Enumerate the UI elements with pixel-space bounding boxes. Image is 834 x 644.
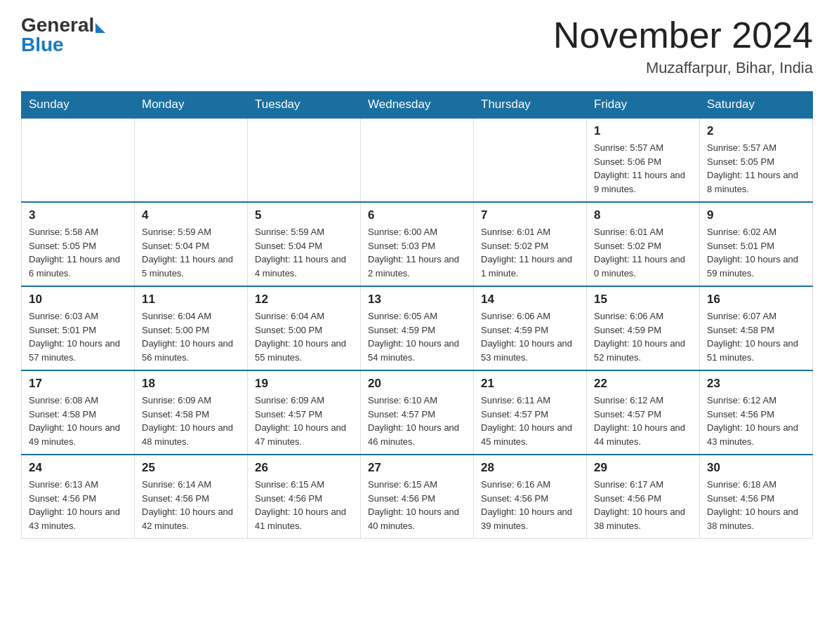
- day-number: 17: [29, 377, 127, 391]
- calendar-week-1: 1Sunrise: 5:57 AMSunset: 5:06 PMDaylight…: [22, 118, 813, 202]
- day-number: 19: [255, 377, 353, 391]
- calendar-cell: 1Sunrise: 5:57 AMSunset: 5:06 PMDaylight…: [587, 118, 700, 202]
- calendar-cell: 29Sunrise: 6:17 AMSunset: 4:56 PMDayligh…: [587, 455, 700, 539]
- calendar-cell: 14Sunrise: 6:06 AMSunset: 4:59 PMDayligh…: [474, 286, 587, 370]
- day-number: 24: [29, 461, 127, 475]
- title-block: November 2024 Muzaffarpur, Bihar, India: [553, 14, 813, 77]
- calendar-cell: 10Sunrise: 6:03 AMSunset: 5:01 PMDayligh…: [22, 286, 135, 370]
- day-number: 10: [29, 293, 127, 307]
- day-number: 12: [255, 293, 353, 307]
- calendar-cell: 18Sunrise: 6:09 AMSunset: 4:58 PMDayligh…: [135, 370, 248, 455]
- calendar-cell: 24Sunrise: 6:13 AMSunset: 4:56 PMDayligh…: [22, 455, 135, 539]
- day-number: 14: [481, 293, 579, 307]
- day-number: 9: [707, 208, 805, 222]
- day-number: 23: [707, 377, 805, 391]
- day-info: Sunrise: 6:07 AMSunset: 4:58 PMDaylight:…: [707, 309, 805, 364]
- calendar-body: 1Sunrise: 5:57 AMSunset: 5:06 PMDaylight…: [22, 118, 813, 539]
- location-title: Muzaffarpur, Bihar, India: [553, 59, 813, 77]
- day-info: Sunrise: 6:09 AMSunset: 4:58 PMDaylight:…: [142, 394, 240, 448]
- calendar-cell: 25Sunrise: 6:14 AMSunset: 4:56 PMDayligh…: [135, 455, 248, 539]
- day-info: Sunrise: 5:57 AMSunset: 5:06 PMDaylight:…: [594, 141, 692, 196]
- day-number: 6: [368, 208, 466, 222]
- day-info: Sunrise: 6:00 AMSunset: 5:03 PMDaylight:…: [368, 225, 466, 280]
- calendar-cell: [474, 118, 587, 202]
- day-info: Sunrise: 5:59 AMSunset: 5:04 PMDaylight:…: [142, 225, 240, 280]
- weekday-header-saturday: Saturday: [700, 92, 813, 119]
- day-number: 27: [368, 461, 466, 475]
- calendar-cell: 13Sunrise: 6:05 AMSunset: 4:59 PMDayligh…: [361, 286, 474, 370]
- day-number: 5: [255, 208, 353, 222]
- day-number: 29: [594, 461, 692, 475]
- day-number: 13: [368, 293, 466, 307]
- day-info: Sunrise: 6:14 AMSunset: 4:56 PMDaylight:…: [142, 478, 240, 532]
- day-number: 3: [29, 208, 127, 222]
- day-info: Sunrise: 6:12 AMSunset: 4:56 PMDaylight:…: [707, 394, 805, 448]
- calendar-header: SundayMondayTuesdayWednesdayThursdayFrid…: [22, 92, 813, 119]
- calendar-cell: 7Sunrise: 6:01 AMSunset: 5:02 PMDaylight…: [474, 202, 587, 286]
- day-info: Sunrise: 6:09 AMSunset: 4:57 PMDaylight:…: [255, 394, 353, 448]
- day-info: Sunrise: 6:05 AMSunset: 4:59 PMDaylight:…: [368, 309, 466, 364]
- weekday-header-monday: Monday: [135, 92, 248, 119]
- calendar-cell: 2Sunrise: 5:57 AMSunset: 5:05 PMDaylight…: [700, 118, 813, 202]
- day-info: Sunrise: 5:58 AMSunset: 5:05 PMDaylight:…: [29, 225, 127, 280]
- day-info: Sunrise: 6:15 AMSunset: 4:56 PMDaylight:…: [368, 478, 466, 532]
- day-info: Sunrise: 6:17 AMSunset: 4:56 PMDaylight:…: [594, 478, 692, 532]
- day-info: Sunrise: 6:12 AMSunset: 4:57 PMDaylight:…: [594, 394, 692, 448]
- calendar-cell: 6Sunrise: 6:00 AMSunset: 5:03 PMDaylight…: [361, 202, 474, 286]
- day-number: 30: [707, 461, 805, 475]
- day-info: Sunrise: 6:13 AMSunset: 4:56 PMDaylight:…: [29, 478, 127, 532]
- weekday-header-thursday: Thursday: [474, 92, 587, 119]
- day-number: 15: [594, 293, 692, 307]
- calendar-cell: 17Sunrise: 6:08 AMSunset: 4:58 PMDayligh…: [22, 370, 135, 455]
- day-number: 2: [707, 124, 805, 138]
- day-number: 22: [594, 377, 692, 391]
- day-number: 1: [594, 124, 692, 138]
- calendar-cell: 22Sunrise: 6:12 AMSunset: 4:57 PMDayligh…: [587, 370, 700, 455]
- logo-triangle-icon: [95, 23, 105, 33]
- day-number: 11: [142, 293, 240, 307]
- day-info: Sunrise: 6:01 AMSunset: 5:02 PMDaylight:…: [594, 225, 692, 280]
- calendar-week-3: 10Sunrise: 6:03 AMSunset: 5:01 PMDayligh…: [22, 286, 813, 370]
- logo: General Blue: [21, 14, 105, 56]
- month-title: November 2024: [553, 14, 813, 56]
- calendar-cell: [22, 118, 135, 202]
- calendar-week-4: 17Sunrise: 6:08 AMSunset: 4:58 PMDayligh…: [22, 370, 813, 455]
- calendar-cell: 27Sunrise: 6:15 AMSunset: 4:56 PMDayligh…: [361, 455, 474, 539]
- weekday-header-sunday: Sunday: [22, 92, 135, 119]
- day-number: 18: [142, 377, 240, 391]
- day-info: Sunrise: 6:06 AMSunset: 4:59 PMDaylight:…: [481, 309, 579, 364]
- calendar-cell: [135, 118, 248, 202]
- calendar-cell: 16Sunrise: 6:07 AMSunset: 4:58 PMDayligh…: [700, 286, 813, 370]
- calendar-cell: 15Sunrise: 6:06 AMSunset: 4:59 PMDayligh…: [587, 286, 700, 370]
- calendar-cell: 8Sunrise: 6:01 AMSunset: 5:02 PMDaylight…: [587, 202, 700, 286]
- logo-blue-text: Blue: [21, 34, 64, 56]
- day-number: 21: [481, 377, 579, 391]
- day-info: Sunrise: 6:04 AMSunset: 5:00 PMDaylight:…: [142, 309, 240, 364]
- day-number: 26: [255, 461, 353, 475]
- day-info: Sunrise: 5:59 AMSunset: 5:04 PMDaylight:…: [255, 225, 353, 280]
- calendar-cell: 12Sunrise: 6:04 AMSunset: 5:00 PMDayligh…: [248, 286, 361, 370]
- day-info: Sunrise: 6:15 AMSunset: 4:56 PMDaylight:…: [255, 478, 353, 532]
- calendar-week-2: 3Sunrise: 5:58 AMSunset: 5:05 PMDaylight…: [22, 202, 813, 286]
- calendar-cell: [361, 118, 474, 202]
- day-info: Sunrise: 6:08 AMSunset: 4:58 PMDaylight:…: [29, 394, 127, 448]
- calendar-week-5: 24Sunrise: 6:13 AMSunset: 4:56 PMDayligh…: [22, 455, 813, 539]
- calendar-cell: 3Sunrise: 5:58 AMSunset: 5:05 PMDaylight…: [22, 202, 135, 286]
- weekday-header-tuesday: Tuesday: [248, 92, 361, 119]
- calendar-table: SundayMondayTuesdayWednesdayThursdayFrid…: [21, 91, 813, 539]
- day-info: Sunrise: 6:11 AMSunset: 4:57 PMDaylight:…: [481, 394, 579, 448]
- day-number: 28: [481, 461, 579, 475]
- day-info: Sunrise: 6:16 AMSunset: 4:56 PMDaylight:…: [481, 478, 579, 532]
- calendar-cell: 23Sunrise: 6:12 AMSunset: 4:56 PMDayligh…: [700, 370, 813, 455]
- day-number: 4: [142, 208, 240, 222]
- page-header: General Blue November 2024 Muzaffarpur, …: [21, 14, 813, 77]
- calendar-cell: 28Sunrise: 6:16 AMSunset: 4:56 PMDayligh…: [474, 455, 587, 539]
- calendar-cell: 26Sunrise: 6:15 AMSunset: 4:56 PMDayligh…: [248, 455, 361, 539]
- day-info: Sunrise: 5:57 AMSunset: 5:05 PMDaylight:…: [707, 141, 805, 196]
- calendar-cell: 19Sunrise: 6:09 AMSunset: 4:57 PMDayligh…: [248, 370, 361, 455]
- day-info: Sunrise: 6:18 AMSunset: 4:56 PMDaylight:…: [707, 478, 805, 532]
- calendar-cell: 20Sunrise: 6:10 AMSunset: 4:57 PMDayligh…: [361, 370, 474, 455]
- calendar-cell: 11Sunrise: 6:04 AMSunset: 5:00 PMDayligh…: [135, 286, 248, 370]
- calendar-cell: 30Sunrise: 6:18 AMSunset: 4:56 PMDayligh…: [700, 455, 813, 539]
- day-info: Sunrise: 6:06 AMSunset: 4:59 PMDaylight:…: [594, 309, 692, 364]
